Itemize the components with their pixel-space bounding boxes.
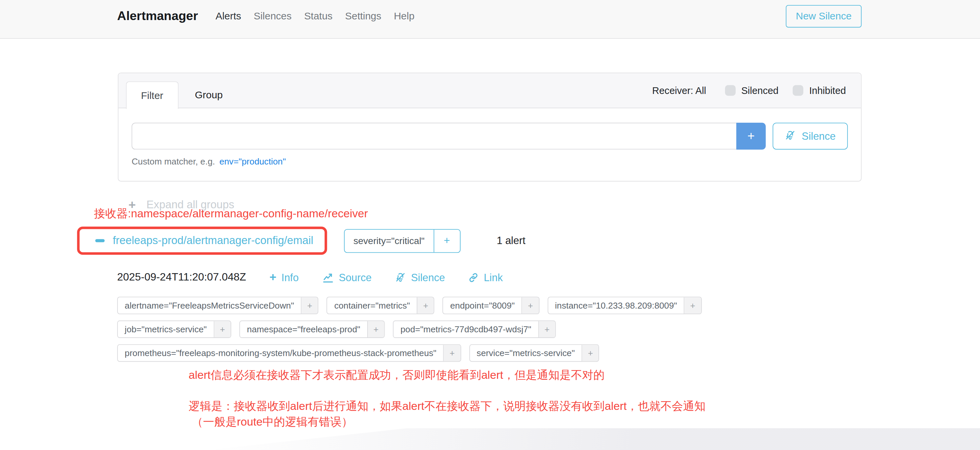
new-silence-button[interactable]: New Silence — [786, 5, 862, 27]
label-text: pod="metrics-77d9cdb497-wdsj7" — [394, 321, 538, 338]
nav-item-silences[interactable]: Silences — [247, 10, 298, 22]
nav-item-status[interactable]: Status — [298, 10, 339, 22]
label-add-button[interactable]: + — [301, 297, 318, 314]
label-tag-namespace: namespace="freeleaps-prod" + — [239, 321, 385, 338]
filter-card: Filter Group Receiver: All Silenced Inhi… — [118, 73, 862, 182]
hint-text: Custom matcher, e.g. — [132, 157, 215, 166]
silence-label: Silence — [411, 271, 445, 284]
label-text: instance="10.233.98.209:8009" — [548, 297, 684, 314]
alert-count: 1 alert — [497, 235, 525, 247]
chart-line-icon — [322, 272, 334, 282]
group-filter-tag-text: severity="critical" — [345, 229, 433, 252]
source-button[interactable]: Source — [322, 271, 372, 284]
inhibited-checkbox[interactable] — [793, 85, 803, 96]
annotation-note-2: 逻辑是：接收器收到alert后进行通知，如果alert不在接收器下，说明接收器没… — [189, 399, 706, 414]
label-add-button[interactable]: + — [417, 297, 434, 314]
label-add-button[interactable]: + — [684, 297, 701, 314]
alert-group-row: freeleaps-prod/alertmanager-config/email… — [77, 227, 525, 255]
silence-button-label: Silence — [802, 130, 835, 142]
label-tag-alertname: alertname="FreeleapsMetricsServiceDown" … — [117, 296, 319, 314]
tab-filter[interactable]: Filter — [126, 81, 178, 109]
matcher-example-link[interactable]: env="production" — [219, 157, 286, 166]
info-button[interactable]: + Info — [269, 271, 299, 284]
filter-options: Receiver: All Silenced Inhibited — [652, 85, 846, 96]
label-text: alertname="FreeleapsMetricsServiceDown" — [118, 297, 301, 314]
label-text: service="metrics-service" — [469, 345, 581, 361]
receiver-selector[interactable]: Receiver: All — [652, 85, 706, 96]
inhibited-label: Inhibited — [809, 85, 846, 96]
label-text: job="metrics-service" — [118, 321, 213, 338]
info-label: Info — [282, 271, 299, 284]
link-label: Link — [484, 271, 503, 284]
matcher-hint: Custom matcher, e.g.env="production" — [132, 157, 848, 166]
label-add-button[interactable]: + — [443, 345, 460, 361]
bell-slash-icon — [395, 272, 406, 283]
label-add-button[interactable]: + — [538, 321, 555, 338]
label-row: alertname="FreeleapsMetricsServiceDown" … — [117, 296, 702, 314]
group-filter-tag-add-button[interactable]: + — [433, 229, 460, 252]
alert-actions: + Info Source — [269, 271, 503, 284]
label-add-button[interactable]: + — [367, 321, 384, 338]
annotation-note-1: alert信息必须在接收器下才表示配置成功，否则即使能看到alert，但是通知是… — [189, 368, 605, 382]
label-text: prometheus="freeleaps-monitoring-system/… — [118, 345, 443, 361]
tab-group[interactable]: Group — [184, 81, 234, 109]
label-tag-service: service="metrics-service" + — [469, 344, 600, 362]
plus-icon: + — [269, 271, 277, 284]
group-name: freeleaps-prod/alertmanager-config/email — [113, 234, 313, 247]
label-text: endpoint="8009" — [443, 297, 522, 314]
label-tag-pod: pod="metrics-77d9cdb497-wdsj7" + — [393, 321, 556, 338]
link-button[interactable]: Link — [468, 271, 503, 284]
navbar: Alertmanager Alerts Silences Status Sett… — [0, 0, 980, 39]
bell-slash-icon — [785, 129, 796, 143]
minus-icon — [95, 239, 105, 242]
label-text: container="metrics" — [327, 297, 417, 314]
alert-header-row: 2025-09-24T11:20:07.048Z + Info Source — [117, 271, 503, 284]
label-row: prometheus="freeleaps-monitoring-system/… — [117, 344, 599, 362]
filter-card-body: + Silence Custom matcher, e.g.env="produ… — [118, 108, 861, 166]
link-icon — [468, 272, 479, 282]
annotation-red-box: freeleaps-prod/alertmanager-config/email — [77, 227, 327, 255]
filter-card-header: Filter Group Receiver: All Silenced Inhi… — [118, 73, 861, 108]
alertmanager-page: Alertmanager Alerts Silences Status Sett… — [0, 0, 980, 450]
group-collapse-button[interactable]: freeleaps-prod/alertmanager-config/email — [80, 234, 313, 247]
label-add-button[interactable]: + — [213, 321, 231, 338]
label-tag-job: job="metrics-service" + — [117, 321, 231, 338]
app-brand: Alertmanager — [117, 9, 198, 23]
silence-alert-button[interactable]: Silence — [395, 271, 445, 284]
add-matcher-button[interactable]: + — [737, 123, 766, 150]
silenced-label: Silenced — [741, 85, 778, 96]
label-tag-prometheus: prometheus="freeleaps-monitoring-system/… — [117, 344, 461, 362]
label-add-button[interactable]: + — [582, 345, 599, 361]
annotation-receiver-note: 接收器:namespace/altermanager-config-name/r… — [94, 206, 368, 221]
nav-item-settings[interactable]: Settings — [339, 10, 388, 22]
annotation-note-3: （一般是route中的逻辑有错误） — [192, 414, 353, 429]
label-tag-container: container="metrics" + — [327, 296, 434, 314]
label-text: namespace="freeleaps-prod" — [240, 321, 367, 338]
screenshot-shadow — [207, 428, 980, 450]
label-row: job="metrics-service" + namespace="freel… — [117, 321, 556, 338]
matcher-input[interactable] — [132, 123, 737, 150]
alert-timestamp: 2025-09-24T11:20:07.048Z — [117, 271, 269, 284]
label-tag-endpoint: endpoint="8009" + — [443, 296, 539, 314]
group-filter-tag: severity="critical" + — [344, 229, 460, 252]
label-tag-instance: instance="10.233.98.209:8009" + — [547, 296, 702, 314]
silenced-checkbox[interactable] — [725, 85, 736, 96]
silence-button[interactable]: Silence — [773, 123, 848, 150]
label-add-button[interactable]: + — [522, 297, 539, 314]
nav-item-help[interactable]: Help — [388, 10, 421, 22]
nav-item-alerts[interactable]: Alerts — [209, 10, 247, 22]
source-label: Source — [339, 271, 372, 284]
